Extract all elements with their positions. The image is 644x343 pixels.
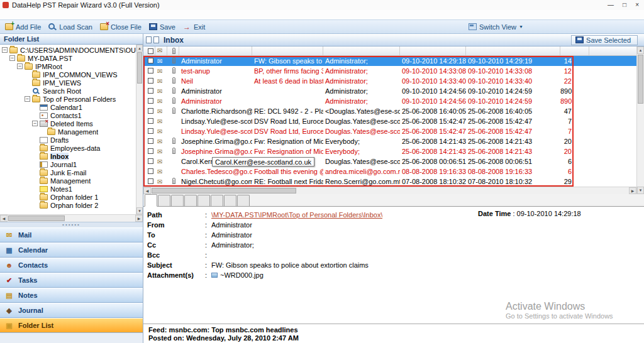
email-row[interactable]: ✉ Josephine.Grima@go.com.mt Fw: Resignat…: [143, 146, 636, 156]
folder-orphan-folder-1[interactable]: Orphan folder 1: [0, 193, 136, 201]
attachment-column[interactable]: [167, 46, 179, 55]
row-checkbox[interactable]: [148, 78, 153, 84]
nav-notes[interactable]: Notes: [0, 288, 143, 303]
tab-message-header[interactable]: [184, 195, 197, 206]
tree-expander-icon[interactable]: [25, 88, 30, 94]
folder-my-data-pst[interactable]: − MY-DATA.PST: [0, 54, 136, 62]
row-checkbox[interactable]: [148, 128, 153, 134]
row-checkbox[interactable]: [148, 108, 153, 114]
column-subject[interactable]: [252, 46, 323, 55]
tree-expander-icon[interactable]: −: [32, 121, 38, 126]
tree-expander-icon[interactable]: [32, 104, 38, 110]
scroll-right-icon[interactable]: ▶: [629, 187, 636, 194]
folder-orphan-folder-2[interactable]: Orphan folder 2: [0, 201, 136, 209]
folder-search-root[interactable]: Search Root: [0, 87, 136, 95]
folder-calendar1[interactable]: Calendar1: [0, 103, 136, 111]
folder-employees-data[interactable]: Employees-data: [0, 144, 136, 152]
tree-expander-icon[interactable]: [32, 161, 38, 167]
tree-expander-icon[interactable]: [40, 129, 45, 134]
list-scroll-thumb[interactable]: [638, 55, 643, 104]
tree-expander-icon[interactable]: −: [9, 55, 15, 61]
folder-contacts1[interactable]: Contacts1: [0, 111, 136, 119]
detail-field-value[interactable]: ~WRD000.jpg: [220, 271, 264, 279]
tab-mime[interactable]: [197, 195, 210, 206]
list-hscroll-thumb[interactable]: [152, 188, 296, 193]
nav-calendar[interactable]: Calendar: [0, 242, 143, 258]
tree-scroll-thumb[interactable]: [137, 52, 142, 84]
nav-journal[interactable]: Journal: [0, 303, 143, 318]
close-icon[interactable]: ×: [635, 1, 639, 9]
message-type-column[interactable]: ✉: [155, 46, 167, 55]
detail-field-value[interactable]: \MY-DATA.PST\IPMRoot\Top of Personal Fol…: [211, 211, 382, 219]
email-row[interactable]: ✉ Administrator Administrator; 09-10-201…: [143, 96, 636, 106]
toolbar-save[interactable]: Save: [147, 23, 180, 31]
email-row[interactable]: ✉ Charlotte.Richardson@dexio... RE: DCL …: [143, 106, 636, 116]
row-checkbox[interactable]: [148, 158, 153, 164]
tree-expander-icon[interactable]: −: [25, 96, 30, 102]
scroll-down-icon[interactable]: ▼: [637, 187, 644, 194]
tree-expander-icon[interactable]: [25, 80, 30, 85]
switch-view-dropdown[interactable]: Switch View ▼: [469, 23, 523, 31]
tree-expander-icon[interactable]: [25, 72, 30, 77]
row-checkbox[interactable]: [148, 148, 153, 154]
maximize-icon[interactable]: □: [623, 1, 626, 9]
folder-notes1[interactable]: Notes1: [0, 185, 136, 193]
toolbar-exit[interactable]: Exit: [180, 23, 210, 31]
minimize-icon[interactable]: —: [608, 1, 614, 9]
list-horizontal-scrollbar[interactable]: ◀ ▶: [143, 187, 636, 194]
email-row[interactable]: ✉ Nigel.Chetcuti@go.com.mt RE: Football …: [143, 177, 636, 187]
email-row[interactable]: ✉ test-anup BP, other firms facing 300 l…: [143, 66, 636, 76]
save-selected-button[interactable]: Save Selected: [571, 35, 638, 45]
email-row[interactable]: ✉ Administrator FW: Gibson speaks to pol…: [143, 56, 636, 66]
tab-properties[interactable]: [171, 195, 184, 206]
folder-ipm-views[interactable]: IPM_VIEWS: [0, 79, 136, 87]
tree-hscroll-thumb[interactable]: [8, 215, 65, 221]
row-checkbox[interactable]: [148, 178, 153, 184]
tree-expander-icon[interactable]: [32, 137, 38, 143]
row-checkbox[interactable]: [148, 58, 153, 63]
scroll-up-icon[interactable]: ▲: [136, 45, 143, 52]
tree-vertical-scrollbar[interactable]: ▲ ▼: [136, 45, 143, 214]
tree-horizontal-scrollbar[interactable]: ◀ ▶: [0, 214, 143, 222]
email-row[interactable]: ✉ Charles.Tedesco@go.com.mt Football thi…: [143, 166, 636, 177]
tree-expander-icon[interactable]: [32, 202, 38, 208]
scroll-right-icon[interactable]: ▶: [135, 215, 143, 222]
folder-ipm-common-views[interactable]: IPM_COMMON_VIEWS: [0, 70, 136, 79]
tree-expander-icon[interactable]: [32, 186, 38, 192]
email-row[interactable]: ✉ Josephine.Grima@go.com.mt Fw: Resignat…: [143, 136, 636, 146]
nav-tasks[interactable]: Tasks: [0, 273, 143, 288]
tree-expander-icon[interactable]: [32, 194, 38, 200]
email-row[interactable]: ✉ Administrator Administrator; 09-10-201…: [143, 86, 636, 96]
row-checkbox[interactable]: [148, 118, 153, 124]
scroll-down-icon[interactable]: ▼: [136, 207, 143, 214]
toolbar-close-file[interactable]: Close File: [97, 23, 147, 31]
select-all-checkbox[interactable]: [143, 46, 155, 55]
folder-top-of-personal-folders[interactable]: − Top of Personal Folders: [0, 95, 136, 103]
folder-junk-e-mail[interactable]: Junk E-mail: [0, 168, 136, 177]
list-vertical-scrollbar[interactable]: ▲ ▼: [636, 46, 644, 194]
tab-attachments[interactable]: [237, 195, 250, 206]
detail-field-value[interactable]: FW: Gibson speaks to police about extort…: [211, 261, 369, 269]
tree-expander-icon[interactable]: −: [17, 63, 23, 69]
detail-field-value[interactable]: Administrator: [211, 231, 252, 239]
tab-html[interactable]: [211, 195, 223, 206]
email-row[interactable]: ✉ Neil At least 6 dead in blast at Ch...…: [143, 76, 636, 86]
row-checkbox[interactable]: [148, 68, 153, 74]
folder-management[interactable]: Management: [0, 128, 136, 136]
folder-ipmroot[interactable]: − IPMRoot: [0, 62, 136, 70]
column-sent[interactable]: [400, 46, 466, 55]
row-checkbox[interactable]: [148, 98, 153, 104]
tab-rtf[interactable]: [224, 195, 236, 206]
folder-c-users-admin-documents-outlook-f[interactable]: − C:\USERS\ADMIN\DOCUMENTS\OUTLOOK F: [0, 46, 136, 54]
tree-expander-icon[interactable]: [32, 153, 38, 159]
tree-expander-icon[interactable]: [32, 112, 38, 118]
panel-splitter[interactable]: ••••••: [0, 222, 143, 227]
tab-normal-mail-view[interactable]: [145, 194, 157, 207]
folder-journal1[interactable]: Journal1: [0, 160, 136, 168]
detail-field-value[interactable]: Administrator;: [211, 241, 254, 249]
scroll-left-icon[interactable]: ◀: [143, 187, 151, 194]
scroll-left-icon[interactable]: ◀: [0, 215, 8, 222]
toolbar-add-file[interactable]: Add File: [3, 23, 46, 31]
row-checkbox[interactable]: [148, 88, 153, 94]
row-checkbox[interactable]: [148, 168, 153, 174]
